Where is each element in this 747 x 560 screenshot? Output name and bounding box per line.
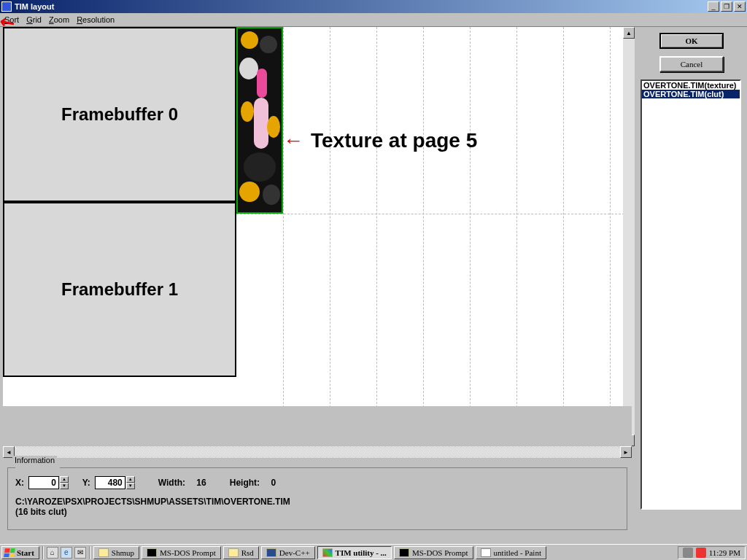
list-item[interactable]: OVERTONE.TIM(clut) — [642, 90, 740, 98]
task-msdos-1[interactable]: MS-DOS Prompt — [142, 546, 221, 559]
file-path: C:\YAROZE\PSX\PROJECTS\SHMUP\ASSETS\TIM\… — [15, 497, 619, 507]
y-field[interactable] — [95, 476, 125, 489]
close-button[interactable]: ✕ — [734, 1, 746, 12]
titlebar: TIM layout _ ❐ ✕ — [0, 0, 747, 13]
task-rsd[interactable]: Rsd — [223, 546, 259, 559]
information-panel: Information X: ▲▼ Y: ▲▼ Width: 16 Height… — [7, 463, 627, 530]
quicklaunch-outlook-icon[interactable]: ✉ — [74, 547, 86, 559]
list-item[interactable]: OVERTONE.TIM(texture) — [642, 81, 740, 90]
framebuffer-1-label: Framebuffer 1 — [61, 279, 178, 300]
arrow-left-icon: ← — [283, 129, 303, 152]
horizontal-scrollbar[interactable]: ◄ ► — [3, 446, 632, 458]
msdos-icon — [147, 548, 157, 557]
folder-icon — [228, 548, 239, 557]
cancel-button[interactable]: Cancel — [659, 56, 724, 72]
task-tim-utility[interactable]: TIM utility - ... — [317, 546, 392, 559]
ok-button[interactable]: OK — [659, 33, 724, 49]
folder-icon — [98, 548, 109, 557]
framebuffer-1[interactable]: Framebuffer 1 — [3, 202, 236, 377]
minimize-button[interactable]: _ — [708, 1, 719, 12]
task-paint[interactable]: untitled - Paint — [476, 546, 546, 559]
tray-ati-icon[interactable] — [696, 548, 706, 558]
y-spin-down[interactable]: ▼ — [126, 483, 135, 489]
paint-icon — [481, 548, 491, 557]
tray-icon[interactable] — [683, 548, 693, 558]
tim-list[interactable]: OVERTONE.TIM(texture) OVERTONE.TIM(clut) — [640, 79, 741, 510]
menu-zoom[interactable]: Zoom — [49, 15, 69, 24]
framebuffer-0[interactable]: Framebuffer 0 — [3, 27, 236, 202]
quicklaunch-ie-icon[interactable]: e — [61, 547, 72, 559]
maximize-button[interactable]: ❐ — [721, 1, 732, 12]
x-field[interactable] — [28, 476, 59, 489]
right-pane: OK Cancel OVERTONE.TIM(texture) OVERTONE… — [640, 33, 743, 510]
windows-logo-icon — [4, 548, 15, 557]
vertical-scrollbar[interactable]: ▲ ▼ — [623, 27, 635, 446]
menu-resolution[interactable]: Resolution — [77, 15, 115, 24]
x-label: X: — [15, 478, 24, 488]
devcpp-icon — [266, 548, 276, 557]
y-label: Y: — [82, 478, 90, 488]
menu-grid[interactable]: Grid — [26, 15, 42, 24]
scroll-up-button[interactable]: ▲ — [623, 27, 635, 39]
task-shmup[interactable]: Shmup — [93, 546, 139, 559]
y-spin-up[interactable]: ▲ — [126, 476, 135, 483]
scroll-right-button[interactable]: ► — [620, 446, 632, 458]
x-spin-up[interactable]: ▲ — [60, 476, 69, 483]
task-msdos-2[interactable]: MS-DOS Prompt — [394, 546, 473, 559]
vram-layout-canvas[interactable]: Framebuffer 0 Framebuffer 1 ← Texture at… — [3, 27, 632, 455]
taskbar: Start ⌂ e ✉ Shmup MS-DOS Prompt Rsd Dev-… — [0, 544, 747, 560]
x-spin-down[interactable]: ▼ — [60, 483, 69, 489]
msdos-icon — [399, 548, 409, 557]
annotation-texture: ← Texture at page 5 — [283, 129, 477, 152]
start-button[interactable]: Start — [1, 546, 39, 559]
window-title: TIM layout — [15, 2, 54, 11]
information-legend: Information — [12, 456, 57, 464]
tim-icon — [322, 548, 333, 557]
quicklaunch-desktop-icon[interactable]: ⌂ — [47, 547, 58, 559]
main-area: Framebuffer 0 Framebuffer 1 ← Texture at… — [0, 27, 747, 544]
clock: 11:29 PM — [709, 548, 740, 557]
system-tray[interactable]: 11:29 PM — [678, 546, 746, 559]
task-devcpp[interactable]: Dev-C++ — [261, 546, 315, 559]
texture-page-5[interactable] — [236, 27, 283, 214]
width-value: 16 — [196, 478, 206, 488]
height-label: Height: — [230, 478, 260, 488]
file-subtitle: (16 bits clut) — [15, 507, 619, 517]
height-value: 0 — [271, 478, 276, 488]
framebuffer-0-label: Framebuffer 0 — [61, 104, 178, 125]
width-label: Width: — [158, 478, 185, 488]
menubar: Sort Grid Zoom Resolution — [0, 13, 747, 27]
